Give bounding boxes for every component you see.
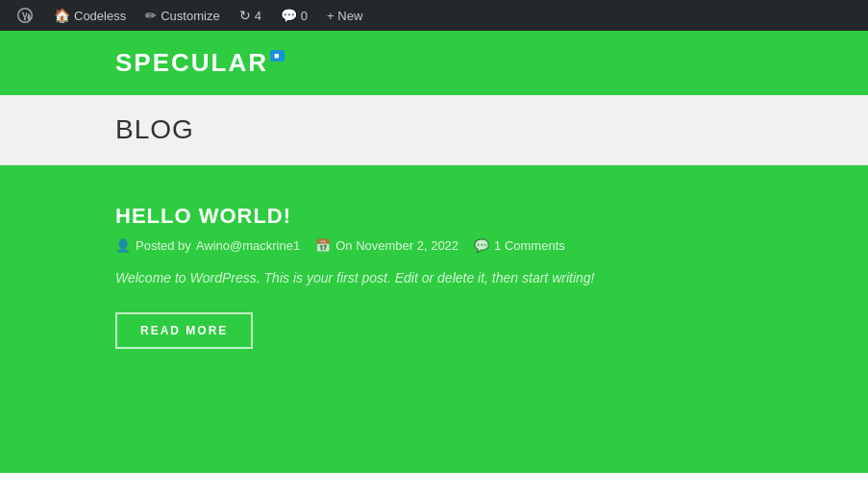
- wp-logo-button[interactable]: [8, 0, 42, 31]
- post-date: On November 2, 2022: [335, 238, 459, 253]
- updates-icon: ↻: [239, 8, 251, 23]
- main-content: HELLO WORLD! 👤 Posted by Awino@mackrine1…: [0, 165, 868, 473]
- updates-count: 4: [255, 9, 261, 23]
- author-icon: 👤: [115, 238, 131, 253]
- home-icon: 🏠: [54, 8, 70, 23]
- site-title-text: SPECULAR: [115, 48, 268, 78]
- page-title: BLOG: [115, 114, 753, 145]
- blog-post: HELLO WORLD! 👤 Posted by Awino@mackrine1…: [115, 204, 753, 349]
- customize-button[interactable]: ✏ Customize: [137, 0, 227, 31]
- post-meta: 👤 Posted by Awino@mackrine1 📅 On Novembe…: [115, 238, 753, 253]
- post-comments: 1 Comments: [494, 238, 565, 253]
- comments-count: 0: [301, 9, 308, 23]
- post-comments-meta: 💬 1 Comments: [474, 238, 565, 253]
- new-button[interactable]: + New: [319, 0, 370, 31]
- comments-button[interactable]: 💬 0: [273, 0, 315, 31]
- comments-icon: 💬: [281, 8, 297, 23]
- calendar-icon: 📅: [315, 238, 331, 253]
- site-title-badge: ■: [270, 50, 285, 62]
- comment-icon: 💬: [474, 238, 489, 253]
- post-author-meta: 👤 Posted by Awino@mackrine1: [115, 238, 300, 253]
- codeless-label: Codeless: [74, 9, 126, 23]
- post-author: Awino@mackrine1: [196, 238, 300, 253]
- site-title[interactable]: SPECULAR ■: [115, 48, 285, 78]
- page-title-bar: BLOG: [0, 95, 868, 165]
- author-label: Posted by: [136, 238, 191, 253]
- read-more-button[interactable]: READ MORE: [115, 312, 253, 349]
- post-excerpt: Welcome to WordPress. This is your first…: [115, 270, 753, 285]
- post-title: HELLO WORLD!: [115, 204, 753, 229]
- customize-icon: ✏: [145, 8, 157, 23]
- admin-bar: 🏠 Codeless ✏ Customize ↻ 4 💬 0 + New: [0, 0, 868, 31]
- new-label: + New: [327, 9, 362, 23]
- site-header: SPECULAR ■: [0, 31, 868, 95]
- updates-button[interactable]: ↻ 4: [232, 0, 269, 31]
- post-date-meta: 📅 On November 2, 2022: [315, 238, 459, 253]
- codeless-button[interactable]: 🏠 Codeless: [46, 0, 134, 31]
- customize-label: Customize: [161, 9, 219, 23]
